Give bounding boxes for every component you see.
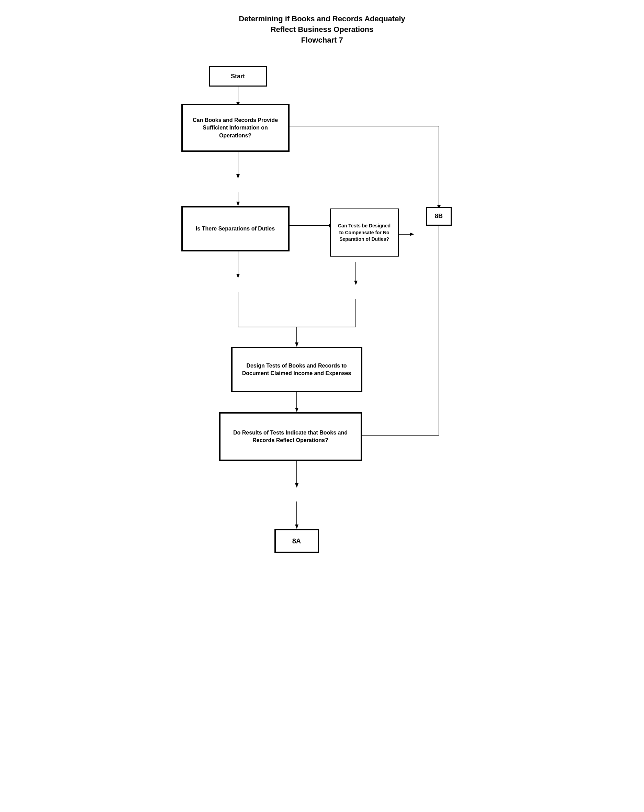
books-records-box: Can Books and Records Provide Sufficient… — [182, 104, 290, 152]
8a-box: 8A — [275, 529, 319, 553]
svg-marker-17 — [354, 281, 357, 285]
svg-marker-3 — [236, 174, 240, 179]
8b-box: 8B — [426, 207, 452, 226]
chart-title: Determining if Books and Records Adequat… — [174, 14, 470, 45]
svg-marker-7 — [236, 274, 240, 278]
svg-marker-5 — [236, 201, 240, 206]
diagram: Start Can Books and Records Provide Suff… — [174, 59, 470, 712]
design-tests-box: Design Tests of Books and Records to Doc… — [231, 347, 362, 392]
svg-marker-23 — [295, 408, 299, 412]
start-box: Start — [209, 66, 267, 87]
separation-duties-box: Is There Separations of Duties — [182, 206, 290, 252]
svg-marker-27 — [295, 525, 299, 529]
svg-marker-21 — [295, 342, 299, 347]
flowchart-container: Determining if Books and Records Adequat… — [174, 14, 470, 712]
do-results-box: Do Results of Tests Indicate that Books … — [219, 412, 362, 461]
svg-marker-13 — [410, 232, 414, 236]
svg-marker-25 — [295, 483, 299, 488]
can-tests-box: Can Tests be Designed to Compensate for … — [330, 209, 399, 256]
